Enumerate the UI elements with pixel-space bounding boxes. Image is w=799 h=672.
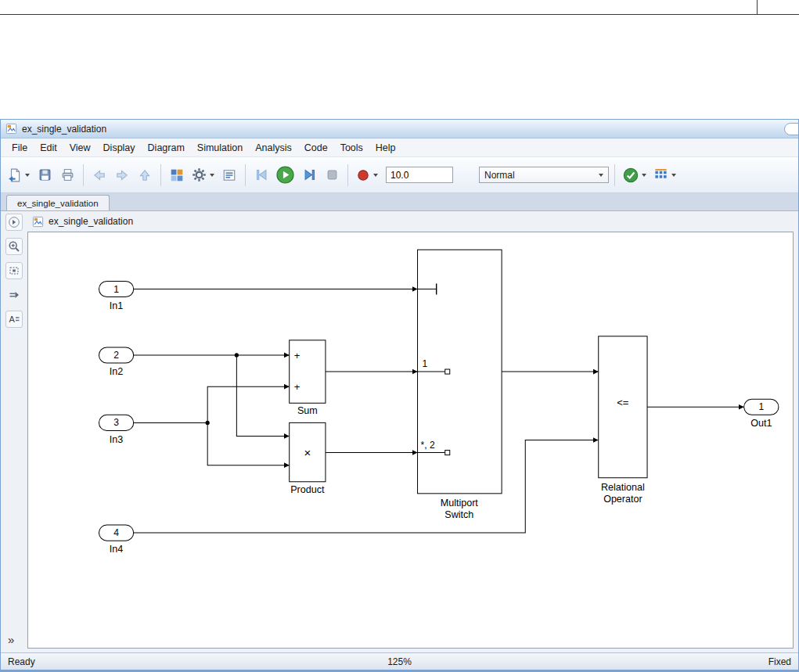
run-button[interactable] (274, 163, 297, 188)
wire-in2-branch-to-product[interactable] (236, 355, 289, 437)
svg-text:4: 4 (113, 527, 119, 538)
block-in4[interactable]: 4 In4 (99, 525, 133, 555)
stop-button[interactable] (322, 163, 342, 188)
build-grid-icon (653, 167, 668, 182)
block-product[interactable]: × Product (290, 422, 326, 494)
record-button[interactable] (354, 163, 380, 188)
breadcrumb-model-name: ex_single_validation (49, 216, 133, 227)
step-forward-button[interactable] (299, 163, 319, 188)
menu-file[interactable]: File (5, 140, 34, 156)
page-border-rule (0, 14, 799, 15)
model-file-icon (32, 216, 44, 228)
block-multiport-switch[interactable]: 1 *, 2 Multiport Switch (418, 250, 502, 520)
palette-expand-chevrons[interactable]: » (8, 633, 14, 646)
breadcrumb[interactable]: ex_single_validation (27, 211, 794, 232)
content-area: ex_single_validation (27, 211, 798, 652)
model-explorer-button[interactable] (219, 163, 239, 188)
hide-model-browser-button[interactable] (5, 214, 23, 231)
menu-view[interactable]: View (63, 140, 97, 156)
show-perspectives-button[interactable] (5, 286, 23, 304)
circle-arrow-icon (8, 216, 20, 228)
titlebar-search-box[interactable] (784, 123, 798, 135)
chevron-down-icon (599, 174, 603, 177)
block-in3[interactable]: 3 In3 (99, 415, 133, 444)
menu-tools[interactable]: Tools (334, 140, 369, 156)
simulation-mode-value: Normal (484, 170, 597, 181)
model-explorer-icon (222, 168, 236, 182)
menu-help[interactable]: Help (369, 140, 402, 156)
svg-text:*, 2: *, 2 (421, 440, 435, 451)
svg-text:+: + (294, 350, 301, 361)
tab-ex-single-validation[interactable]: ex_single_validation (6, 195, 110, 210)
toolbar-separator (160, 164, 161, 186)
simulation-mode-dropdown[interactable]: Normal (479, 167, 609, 183)
tab-label: ex_single_validation (17, 199, 99, 208)
back-arrow-icon (92, 168, 106, 182)
fit-to-view-icon (8, 264, 20, 277)
block-label: Product (290, 484, 325, 495)
library-browser-button[interactable] (167, 163, 187, 188)
block-label: Operator (603, 494, 642, 505)
block-label: Switch (444, 509, 473, 520)
left-palette: A » (1, 211, 27, 652)
fit-to-view-button[interactable] (5, 262, 23, 279)
block-in1[interactable]: 1 In1 (99, 281, 133, 311)
step-back-button[interactable] (251, 163, 272, 188)
chevron-down-icon (25, 174, 30, 177)
back-button[interactable] (89, 163, 110, 188)
menu-diagram[interactable]: Diagram (142, 140, 191, 156)
workspace: A » ex_single_validation (1, 211, 798, 652)
new-model-button[interactable] (5, 163, 32, 188)
zoom-button[interactable] (5, 238, 23, 255)
menu-analysis[interactable]: Analysis (249, 140, 298, 156)
toolbar: Normal (1, 157, 798, 193)
block-in2[interactable]: 2 In2 (99, 347, 133, 377)
status-bar: Ready 125% Fixed (1, 652, 798, 670)
save-button[interactable] (34, 163, 55, 188)
svg-text:×: × (304, 446, 311, 459)
forward-button[interactable] (112, 163, 132, 188)
svg-text:<=: <= (617, 397, 628, 408)
simulation-stop-time-input[interactable] (386, 167, 453, 183)
step-forward-icon (302, 167, 317, 182)
print-button[interactable] (57, 163, 77, 188)
page-border-corner (757, 0, 758, 14)
block-label: In3 (110, 434, 123, 445)
build-button[interactable] (651, 163, 678, 188)
block-out1[interactable]: 1 Out1 (744, 399, 779, 429)
model-advisor-button[interactable] (621, 163, 649, 188)
block-sum[interactable]: + + Sum (290, 340, 326, 416)
port-marker (445, 451, 450, 455)
chevron-down-icon (373, 174, 378, 177)
block-relational-operator[interactable]: <= Relational Operator (599, 336, 647, 505)
up-to-parent-button[interactable] (135, 163, 155, 188)
menu-simulation[interactable]: Simulation (191, 140, 249, 156)
toolbar-separator (614, 164, 615, 186)
wire-in3-to-product[interactable] (207, 422, 290, 465)
menu-bar: File Edit View Display Diagram Simulatio… (1, 138, 798, 157)
double-arrow-right-icon (8, 289, 20, 301)
annotation-button[interactable]: A (5, 311, 23, 328)
up-arrow-icon (138, 168, 152, 182)
svg-text:1: 1 (758, 401, 764, 412)
svg-text:A: A (9, 314, 16, 324)
svg-text:+: + (294, 381, 301, 393)
tab-bar: ex_single_validation (1, 193, 798, 211)
branch-dot (235, 353, 239, 357)
step-back-icon (254, 167, 269, 182)
block-label: Relational (601, 482, 645, 493)
menu-display[interactable]: Display (97, 140, 142, 156)
diagram-canvas[interactable]: 1 In1 2 In2 3 In3 (27, 232, 794, 649)
green-check-icon (623, 167, 639, 183)
print-icon (61, 168, 74, 181)
wire-in3-to-sum[interactable] (207, 386, 290, 422)
wire-in4-to-relop[interactable] (134, 440, 599, 534)
menu-code[interactable]: Code (298, 140, 334, 156)
model-settings-button[interactable] (189, 163, 217, 188)
svg-text:1: 1 (423, 358, 428, 369)
svg-text:1: 1 (113, 284, 119, 295)
chevron-down-icon (671, 174, 676, 177)
menu-edit[interactable]: Edit (34, 140, 63, 156)
stop-icon (325, 167, 340, 182)
port-marker (445, 369, 450, 374)
